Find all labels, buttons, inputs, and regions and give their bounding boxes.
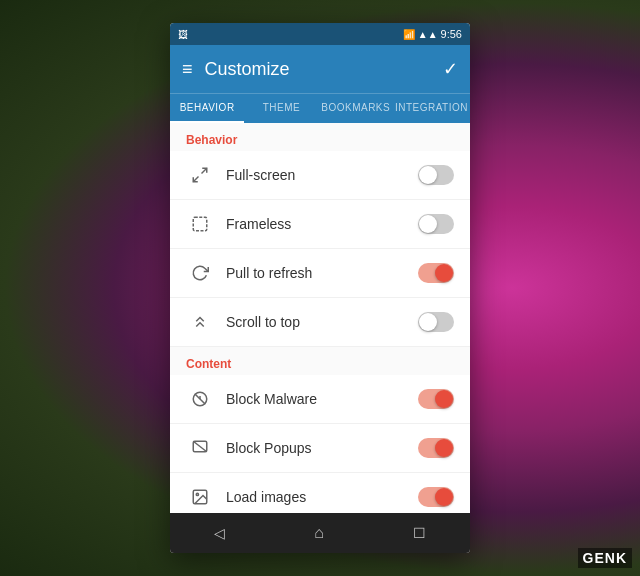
fullscreen-toggle[interactable] [418, 165, 454, 185]
svg-rect-2 [193, 217, 207, 231]
svg-point-8 [196, 493, 198, 495]
top-bar: ≡ Customize ✓ [170, 45, 470, 93]
svg-line-6 [193, 441, 207, 452]
fullscreen-icon [186, 161, 214, 189]
tab-integration[interactable]: INTEGRATION [393, 94, 470, 123]
load-images-toggle[interactable] [418, 487, 454, 507]
page-title: Customize [205, 59, 290, 80]
tab-behavior[interactable]: BEHAVIOR [170, 94, 244, 123]
fullscreen-label: Full-screen [226, 167, 418, 183]
settings-content: Behavior Full-screen [170, 123, 470, 513]
pull-to-refresh-row: Pull to refresh [170, 249, 470, 298]
scroll-to-top-label: Scroll to top [226, 314, 418, 330]
load-images-label: Load images [226, 489, 418, 505]
frameless-label: Frameless [226, 216, 418, 232]
check-action-button[interactable]: ✓ [443, 58, 458, 80]
status-left-icons: 🖼 [178, 29, 188, 40]
svg-line-1 [193, 177, 198, 182]
phone-frame: 🖼 📶 ▲▲ 9:56 ≡ Customize ✓ BEHAVIOR THEME… [170, 23, 470, 553]
frameless-icon [186, 210, 214, 238]
wifi-icon: 📶 [403, 29, 415, 40]
pull-to-refresh-toggle[interactable] [418, 263, 454, 283]
block-popups-label: Block Popups [226, 440, 418, 456]
block-malware-label: Block Malware [226, 391, 418, 407]
home-button[interactable]: ⌂ [314, 524, 324, 542]
scroll-to-top-toggle[interactable] [418, 312, 454, 332]
status-time: 9:56 [441, 28, 462, 40]
back-button[interactable]: ◁ [214, 525, 225, 541]
svg-line-0 [202, 168, 207, 173]
pull-to-refresh-label: Pull to refresh [226, 265, 418, 281]
load-images-icon [186, 483, 214, 511]
block-popups-row: Block Popups [170, 424, 470, 473]
status-bar: 🖼 📶 ▲▲ 9:56 [170, 23, 470, 45]
menu-button[interactable]: ≡ [182, 59, 193, 80]
fullscreen-row: Full-screen [170, 151, 470, 200]
block-popups-toggle[interactable] [418, 438, 454, 458]
behavior-section-header: Behavior [170, 123, 470, 151]
genk-watermark: GENK [578, 548, 632, 568]
status-right-icons: 📶 ▲▲ 9:56 [403, 28, 462, 40]
tab-bookmarks[interactable]: BOOKMARKS [319, 94, 393, 123]
signal-icon: ▲▲ [418, 29, 438, 40]
top-bar-left: ≡ Customize [182, 59, 290, 80]
frameless-row: Frameless [170, 200, 470, 249]
content-section-header: Content [170, 347, 470, 375]
nav-bar: ◁ ⌂ ☐ [170, 513, 470, 553]
block-malware-row: Block Malware [170, 375, 470, 424]
tab-bar: BEHAVIOR THEME BOOKMARKS INTEGRATION [170, 93, 470, 123]
scroll-top-icon [186, 308, 214, 336]
block-popups-icon [186, 434, 214, 462]
scroll-to-top-row: Scroll to top [170, 298, 470, 347]
load-images-row: Load images [170, 473, 470, 513]
recent-button[interactable]: ☐ [413, 525, 426, 541]
frameless-toggle[interactable] [418, 214, 454, 234]
block-malware-icon [186, 385, 214, 413]
image-icon: 🖼 [178, 29, 188, 40]
refresh-icon [186, 259, 214, 287]
block-malware-toggle[interactable] [418, 389, 454, 409]
tab-theme[interactable]: THEME [244, 94, 318, 123]
